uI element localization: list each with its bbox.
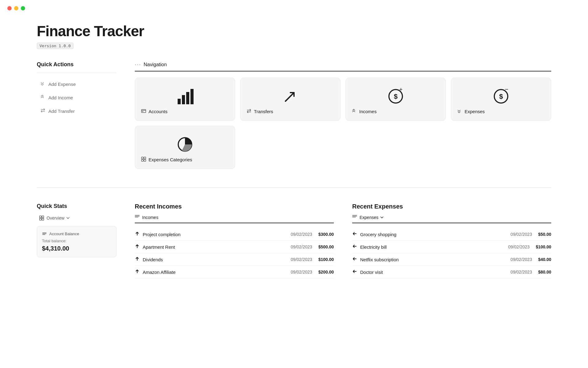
expense-amount-2: $40.00 (538, 257, 551, 262)
income-amount-1: $500.00 (318, 244, 334, 249)
incomes-icon: $ + (352, 84, 439, 109)
quick-actions-divider (37, 73, 116, 73)
income-amount-2: $100.00 (318, 257, 334, 262)
expense-arrow-icon-1 (352, 244, 357, 250)
overview-dropdown-button[interactable]: Overview (37, 214, 72, 222)
income-item-3: Amazon Affiliate 09/02/2023 $200.00 (135, 266, 334, 278)
section-divider (37, 187, 551, 188)
income-arrow-icon-1 (135, 244, 140, 250)
minimize-button[interactable] (14, 6, 18, 10)
income-date-3: 09/02/2023 (291, 270, 312, 274)
expense-name-2: Netflix subscription (360, 257, 399, 262)
accounts-label: Accounts (141, 109, 229, 114)
expense-item-0: Grocery shopping 09/02/2023 $50.00 (352, 228, 551, 241)
svg-rect-13 (141, 157, 143, 159)
expense-arrow-icon-2 (352, 256, 357, 263)
accounts-label-icon (141, 109, 146, 114)
accounts-card-label: Accounts (149, 109, 168, 114)
nav-dots-icon: ··· (135, 61, 141, 68)
bottom-section: Quick Stats Overview (37, 203, 551, 278)
recent-expenses-col: Recent Expenses Expenses (352, 203, 551, 278)
expenses-tab-label: Expenses (360, 215, 378, 220)
recent-incomes-tab: Incomes (135, 214, 334, 223)
close-button[interactable] (7, 6, 12, 10)
expenses-icon: $ − (457, 84, 545, 109)
add-income-button[interactable]: Add Income (37, 91, 116, 104)
incomes-card[interactable]: $ + Incomes (345, 78, 446, 121)
incomes-label-icon (352, 109, 357, 114)
quick-stats-panel: Quick Stats Overview (37, 203, 116, 278)
quick-stats-header: Quick Stats (37, 203, 116, 209)
income-date-1: 09/02/2023 (291, 244, 312, 249)
expenses-categories-label: Expenses Categories (141, 157, 229, 163)
expenses-tab-dropdown-button[interactable]: Expenses (360, 215, 384, 220)
income-item-1: Apartment Rent 09/02/2023 $500.00 (135, 241, 334, 253)
transfers-label-icon (247, 109, 251, 114)
recent-incomes-list: Project completion 09/02/2023 $300.00 (135, 228, 334, 278)
expense-item-3: Doctor visit 09/02/2023 $80.00 (352, 266, 551, 278)
svg-rect-15 (141, 159, 143, 161)
page-title: Finance Tracker (37, 23, 551, 40)
recent-expenses-tab: Expenses (352, 214, 551, 223)
expense-amount-3: $80.00 (538, 270, 551, 274)
svg-rect-16 (144, 159, 146, 161)
overview-label: Overview (47, 216, 64, 220)
transfers-card-label: Transfers (254, 109, 273, 114)
income-date-0: 09/02/2023 (291, 232, 312, 237)
incomes-card-label: Incomes (359, 109, 377, 114)
svg-rect-5 (142, 111, 143, 112)
incomes-label: Incomes (352, 109, 439, 114)
expense-item-1: Electricity bill 09/02/2023 $100.00 (352, 241, 551, 253)
incomes-tab-label: Incomes (142, 215, 158, 220)
expense-date-3: 09/02/2023 (511, 270, 532, 274)
expenses-card-label: Expenses (465, 109, 485, 114)
svg-rect-14 (144, 157, 146, 159)
maximize-button[interactable] (21, 6, 25, 10)
expense-item-2: Netflix subscription 09/02/2023 $40.00 (352, 253, 551, 266)
add-expense-button[interactable]: Add Expense (37, 78, 116, 90)
expense-date-0: 09/02/2023 (511, 232, 532, 237)
income-name-0: Project completion (143, 232, 180, 237)
add-transfer-icon (40, 108, 45, 114)
income-amount-3: $200.00 (318, 270, 334, 274)
expenses-categories-label-icon (141, 157, 146, 163)
income-name-3: Amazon Affiliate (143, 270, 175, 275)
add-income-label: Add Income (48, 95, 73, 100)
expense-arrow-icon-0 (352, 231, 357, 237)
accounts-card[interactable]: Accounts (135, 78, 235, 121)
add-income-icon (40, 94, 45, 101)
recent-section: Recent Incomes Incomes (135, 203, 551, 278)
expense-date-2: 09/02/2023 (511, 257, 532, 262)
expenses-categories-icon (141, 132, 229, 157)
recent-expenses-list: Grocery shopping 09/02/2023 $50.00 (352, 228, 551, 278)
svg-rect-18 (42, 216, 44, 218)
expense-date-1: 09/02/2023 (508, 244, 530, 249)
traffic-lights (0, 0, 588, 17)
add-transfer-label: Add Transfer (48, 109, 75, 114)
expense-amount-1: $100.00 (536, 244, 551, 249)
income-item-0: Project completion 09/02/2023 $300.00 (135, 228, 334, 241)
svg-text:+: + (399, 86, 403, 93)
svg-rect-19 (40, 218, 41, 220)
navigation-title: Navigation (144, 62, 167, 67)
account-balance-header: Account Balance (42, 231, 111, 236)
quick-actions-panel: Quick Actions Add Expense (37, 61, 116, 169)
expense-name-3: Doctor visit (360, 270, 383, 275)
income-name-2: Dividends (143, 257, 163, 262)
expenses-categories-card-label: Expenses Categories (149, 157, 192, 162)
transfers-icon (247, 84, 334, 109)
expenses-card[interactable]: $ − Expenses (451, 78, 551, 121)
income-arrow-icon-0 (135, 231, 140, 237)
account-balance-title: Account Balance (49, 232, 79, 236)
navigation-area: ··· Navigation (135, 61, 551, 169)
income-arrow-icon-2 (135, 256, 140, 263)
add-transfer-button[interactable]: Add Transfer (37, 105, 116, 117)
svg-text:$: $ (499, 93, 503, 100)
expenses-categories-card[interactable]: Expenses Categories (135, 126, 235, 169)
transfers-card[interactable]: Transfers (240, 78, 341, 121)
svg-text:$: $ (394, 93, 398, 100)
nav-cards-bottom-row: Expenses Categories (135, 126, 551, 169)
incomes-tab-icon (135, 214, 140, 220)
income-arrow-icon-3 (135, 269, 140, 275)
income-item-2: Dividends 09/02/2023 $100.00 (135, 253, 334, 266)
